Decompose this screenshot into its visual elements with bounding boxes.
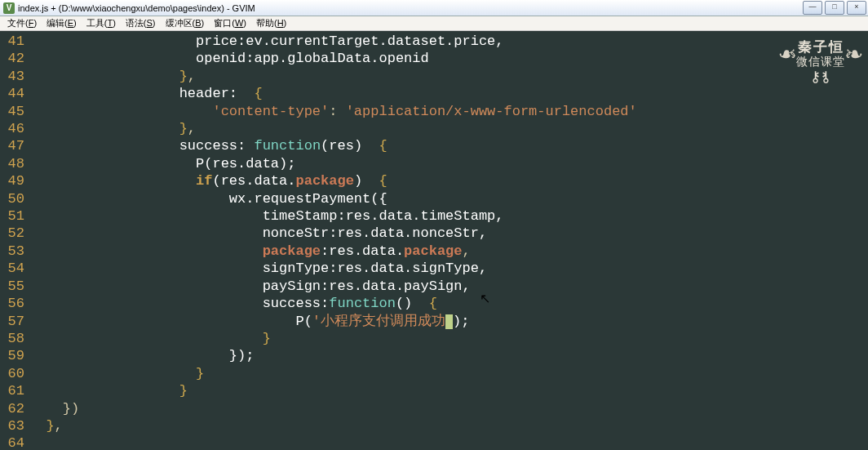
menu-tools[interactable]: 工具(T) [82,17,121,29]
app-icon: V [3,2,15,14]
line-number-gutter: 41 42 43 44 45 46 47 48 49 50 51 52 53 5… [0,31,29,450]
menu-bar: 文件(F) 编辑(E) 工具(T) 语法(S) 缓冲区(B) 窗口(W) 帮助(… [0,16,868,31]
menu-syntax[interactable]: 语法(S) [121,17,161,29]
editor[interactable]: 41 42 43 44 45 46 47 48 49 50 51 52 53 5… [0,31,868,450]
window-title: index.js + (D:\www\xiaochengxu\demo\page… [18,3,255,13]
close-button[interactable]: × [847,1,866,15]
menu-file[interactable]: 文件(F) [2,17,42,29]
maximize-button[interactable]: □ [825,1,844,15]
code-area[interactable]: price:ev.currentTarget.dataset.price, op… [29,31,868,450]
menu-buffers[interactable]: 缓冲区(B) [161,17,210,29]
menu-help[interactable]: 帮助(H) [251,17,291,29]
window-controls: — □ × [803,1,866,15]
menu-window[interactable]: 窗口(W) [209,17,251,29]
minimize-button[interactable]: — [803,1,822,15]
window-title-bar: V index.js + (D:\www\xiaochengxu\demo\pa… [0,0,868,16]
menu-edit[interactable]: 编辑(E) [42,17,82,29]
